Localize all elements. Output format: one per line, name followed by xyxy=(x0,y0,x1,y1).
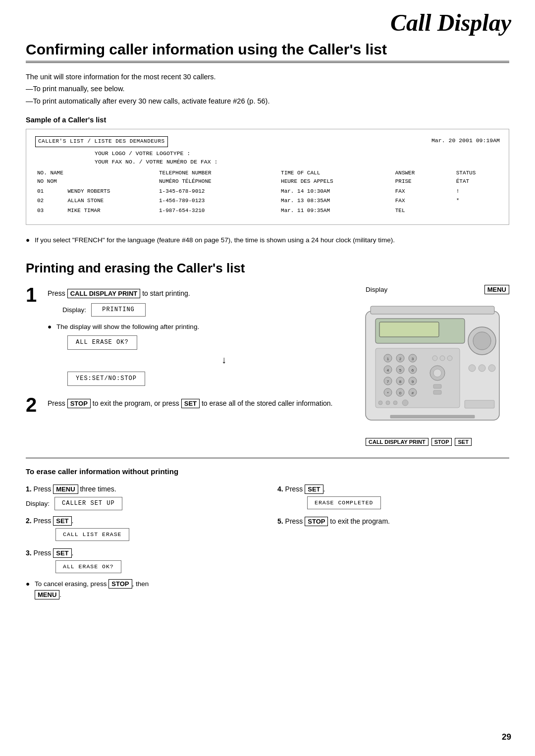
set-key-erase2: SET xyxy=(53,516,71,526)
menu-key-cancel: MENU xyxy=(35,590,59,599)
set-key-erase3: SET xyxy=(53,548,71,558)
svg-text:5: 5 xyxy=(399,368,402,373)
set-key-step2: SET xyxy=(181,399,200,408)
svg-rect-41 xyxy=(390,415,475,418)
svg-rect-46 xyxy=(465,400,494,408)
erase-step1: 1. Press MENU three times. Display: CALL… xyxy=(26,484,258,510)
divider xyxy=(26,458,509,458)
svg-point-28 xyxy=(432,356,437,361)
display-caller-set-up: CALLER SET UP xyxy=(54,497,122,510)
menu-key-label: MENU xyxy=(484,285,509,294)
display-label-1: Display: xyxy=(62,305,86,316)
svg-point-29 xyxy=(440,356,445,361)
svg-text:6: 6 xyxy=(412,368,414,373)
caller-list-table: NO. NAME NO NOM TELEPHONE NUMBER NUMÉRO … xyxy=(35,168,500,216)
page-number: 29 xyxy=(502,732,511,742)
svg-point-30 xyxy=(447,356,452,361)
svg-rect-34 xyxy=(433,390,441,394)
svg-text:*: * xyxy=(387,391,388,395)
svg-rect-33 xyxy=(433,384,441,388)
svg-rect-2 xyxy=(379,322,439,337)
svg-text:#: # xyxy=(412,391,414,395)
erase-step3: 3. Press SET. ALL ERASE OK? To cancel er… xyxy=(26,547,258,600)
display-box-printing: PRINTING xyxy=(91,303,146,317)
machine-bottom-labels: CALL DISPLAY PRINT STOP SET xyxy=(366,438,509,446)
erase-section-heading: To erase caller information without prin… xyxy=(26,467,509,476)
erase-step2: 2. Press SET. CALL LIST ERASE xyxy=(26,515,258,542)
svg-point-37 xyxy=(469,365,476,372)
stop-key-step2: STOP xyxy=(67,399,91,408)
step2-content: Press STOP to exit the program, or press… xyxy=(48,395,341,409)
display-all-erase: ALL ERASE OK? xyxy=(67,335,137,350)
call-display-print-bottom: CALL DISPLAY PRINT xyxy=(366,438,428,446)
display-yes-set: YES:SET/NO:STOP xyxy=(67,372,145,386)
table-row: 01WENDY ROBERTS1-345-678-9012Mar. 14 10:… xyxy=(35,187,500,197)
page-title: Call Display xyxy=(390,9,511,36)
display-erase-completed: ERASE COMPLETED xyxy=(307,496,381,509)
svg-point-44 xyxy=(393,401,397,405)
display-label-erase1: Display: xyxy=(26,498,50,509)
menu-key-erase: MENU xyxy=(53,485,78,494)
stop-bottom: STOP xyxy=(431,438,452,446)
display-label-top: Display xyxy=(366,286,387,293)
svg-text:9: 9 xyxy=(412,379,414,384)
caller-list-box: CALLER'S LIST / LISTE DES DEMANDEURS Mar… xyxy=(26,129,509,225)
set-key-erase4: SET xyxy=(305,485,323,494)
arrow-down: ↓ xyxy=(107,352,341,368)
display-call-list-erase: CALL LIST ERASE xyxy=(55,528,129,541)
svg-rect-40 xyxy=(371,306,494,314)
bullet-display-text: The display will show the following afte… xyxy=(56,323,199,330)
svg-text:8: 8 xyxy=(399,379,402,384)
erase-step5: 5. Press STOP to exit the program. xyxy=(277,516,509,527)
caller-logo: YOUR LOGO / VOTRE LOGOTYPE : YOUR FAX NO… xyxy=(95,149,500,166)
table-row: 03MIKE TIMAR1-987-654-3210Mar. 11 09:35A… xyxy=(35,206,500,216)
set-bottom: SET xyxy=(455,438,471,446)
svg-text:3: 3 xyxy=(412,357,414,361)
step2-number: 2 xyxy=(26,395,41,415)
page-header: Call Display xyxy=(0,0,535,36)
stop-key-erase5: STOP xyxy=(305,517,328,526)
svg-text:4: 4 xyxy=(387,368,389,373)
caller-list-date: Mar. 20 2001 09:19AM xyxy=(431,136,500,147)
sample-heading: Sample of a Caller's list xyxy=(26,116,509,124)
display-all-erase-ok: ALL ERASE OK? xyxy=(55,560,121,573)
table-row: 02ALLAN STONE1-456-789-0123Mar. 13 08:35… xyxy=(35,196,500,206)
section1-heading: Confirming caller information using the … xyxy=(26,40,509,63)
svg-point-32 xyxy=(433,369,441,377)
svg-text:1: 1 xyxy=(387,357,389,361)
step1-number: 1 xyxy=(26,285,41,305)
section2-heading: Printing and erasing the Caller's list xyxy=(26,261,509,276)
svg-point-39 xyxy=(488,365,495,372)
svg-text:2: 2 xyxy=(399,357,402,361)
fax-machine-image: 1 2 3 4 5 6 7 8 9 xyxy=(361,296,509,435)
svg-point-43 xyxy=(386,401,390,405)
svg-point-36 xyxy=(473,332,491,350)
svg-point-45 xyxy=(402,400,408,406)
bullet-note-french: If you select "FRENCH" for the language … xyxy=(26,235,509,246)
call-display-print-key: CALL DISPLAY PRINT xyxy=(67,289,141,298)
stop-key-cancel: STOP xyxy=(108,579,132,589)
svg-text:7: 7 xyxy=(387,379,389,384)
erase-step4: 4. Press SET. ERASE COMPLETED xyxy=(277,484,509,511)
svg-point-38 xyxy=(479,365,485,372)
step1-content: Press CALL DISPLAY PRINT to start printi… xyxy=(48,285,341,387)
intro-text: The unit will store information for the … xyxy=(26,71,509,108)
svg-point-42 xyxy=(378,401,382,405)
svg-text:0: 0 xyxy=(399,391,402,395)
caller-list-title: CALLER'S LIST / LISTE DES DEMANDEURS xyxy=(35,136,168,147)
